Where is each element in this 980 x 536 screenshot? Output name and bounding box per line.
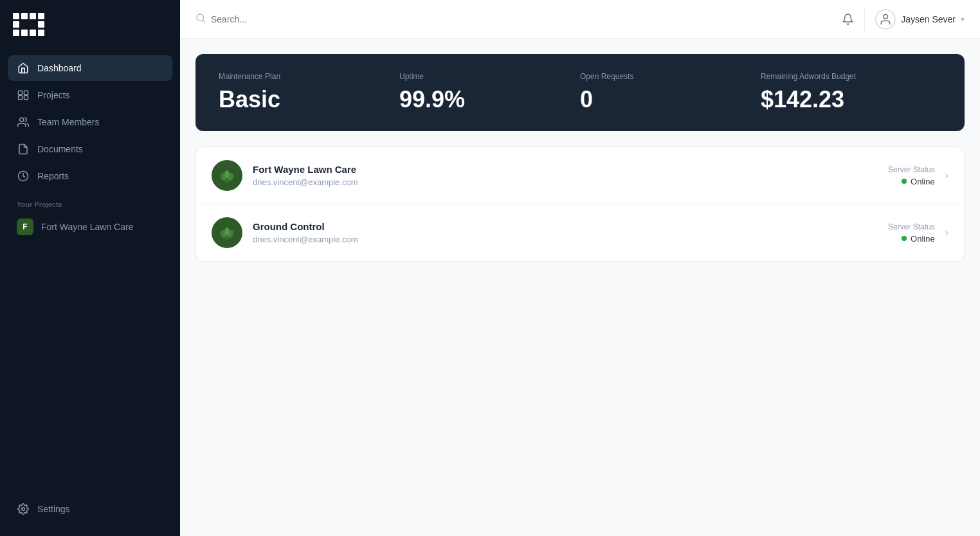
stat-open-requests: Open Requests 0 <box>580 72 761 113</box>
svg-line-8 <box>203 20 204 22</box>
settings-label: Settings <box>37 504 70 514</box>
sidebar-item-dashboard[interactable]: Dashboard <box>8 55 172 81</box>
project-info-fort-wayne: Fort Wayne Lawn Care dries.vincent@examp… <box>253 164 888 187</box>
settings-icon <box>17 503 30 515</box>
status-badge-ground-control: Online <box>902 234 935 244</box>
sidebar-project-label: Fort Wayne Lawn Care <box>41 222 133 232</box>
project-status-fort-wayne: Server Status Online <box>888 165 935 186</box>
stat-maintenance-plan: Maintenance Plan Basic <box>219 72 399 113</box>
svg-point-6 <box>22 508 25 511</box>
user-profile[interactable]: Jaysen Sever ▾ <box>875 9 965 30</box>
sidebar-item-label: Documents <box>37 144 83 154</box>
svg-point-4 <box>20 118 24 121</box>
stats-banner: Maintenance Plan Basic Uptime 99.9% Open… <box>195 54 965 131</box>
projects-icon <box>17 89 30 102</box>
project-avatar: F <box>17 219 33 235</box>
search-icon <box>195 13 206 25</box>
chevron-down-icon: ▾ <box>961 15 965 24</box>
projects-list: Fort Wayne Lawn Care dries.vincent@examp… <box>195 147 965 262</box>
sidebar: Dashboard Projects <box>0 0 180 536</box>
project-row-fort-wayne[interactable]: Fort Wayne Lawn Care dries.vincent@examp… <box>196 147 964 204</box>
user-avatar-icon <box>875 9 896 30</box>
sidebar-item-reports[interactable]: Reports <box>8 163 172 189</box>
project-info-ground-control: Ground Control dries.vincent@example.com <box>253 221 888 244</box>
project-logo-fort-wayne <box>212 160 242 191</box>
search-input[interactable] <box>211 14 404 24</box>
user-name: Jaysen Sever <box>901 14 956 24</box>
svg-point-17 <box>224 228 230 235</box>
team-icon <box>17 116 30 129</box>
sidebar-item-label: Team Members <box>37 117 99 127</box>
status-dot <box>902 236 907 241</box>
home-icon <box>17 62 30 75</box>
chevron-right-icon: › <box>945 227 948 238</box>
sidebar-item-team-members[interactable]: Team Members <box>8 109 172 135</box>
project-status-ground-control: Server Status Online <box>888 222 935 244</box>
sidebar-project-fort-wayne[interactable]: F Fort Wayne Lawn Care <box>8 213 172 240</box>
status-dot <box>902 179 907 184</box>
header-actions: Jaysen Sever ▾ <box>842 8 965 31</box>
search-bar <box>195 13 831 25</box>
sidebar-bottom: Settings <box>0 483 180 536</box>
project-logo-ground-control <box>212 217 242 248</box>
logo-grid <box>13 13 44 36</box>
reports-icon <box>17 170 30 183</box>
project-row-ground-control[interactable]: Ground Control dries.vincent@example.com… <box>196 204 964 261</box>
stat-adwords-budget: Remaining Adwords Budget $142.23 <box>761 72 941 113</box>
chevron-right-icon: › <box>945 170 948 181</box>
svg-rect-3 <box>24 96 28 100</box>
sidebar-item-settings[interactable]: Settings <box>8 496 172 522</box>
main-content: Jaysen Sever ▾ Maintenance Plan Basic Up… <box>180 0 980 536</box>
sidebar-nav: Dashboard Projects <box>0 49 180 483</box>
sidebar-item-label: Projects <box>37 90 70 100</box>
your-projects-heading: Your Projects <box>8 190 172 213</box>
logo <box>0 0 180 49</box>
svg-rect-0 <box>19 91 23 94</box>
stat-uptime: Uptime 99.9% <box>399 72 580 113</box>
dashboard-content: Maintenance Plan Basic Uptime 99.9% Open… <box>180 39 980 536</box>
svg-rect-1 <box>24 91 28 94</box>
documents-icon <box>17 143 30 156</box>
sidebar-item-projects[interactable]: Projects <box>8 82 172 108</box>
sidebar-item-label: Reports <box>37 171 69 181</box>
svg-point-13 <box>224 170 230 178</box>
svg-point-9 <box>884 14 888 19</box>
notification-bell[interactable] <box>842 8 865 31</box>
status-badge-fort-wayne: Online <box>902 177 935 186</box>
header: Jaysen Sever ▾ <box>180 0 980 39</box>
svg-rect-2 <box>19 96 23 100</box>
sidebar-item-label: Dashboard <box>37 63 82 73</box>
sidebar-item-documents[interactable]: Documents <box>8 136 172 162</box>
